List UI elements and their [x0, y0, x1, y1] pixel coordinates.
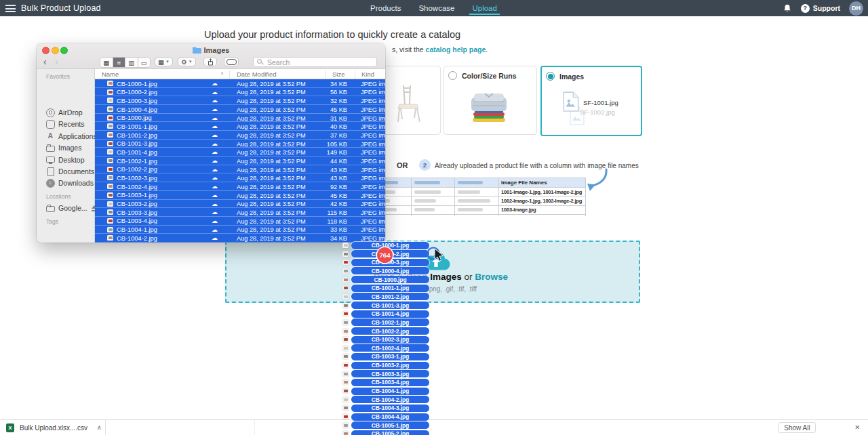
search-input[interactable] — [266, 58, 370, 67]
icloud-icon: ☁ — [212, 191, 218, 199]
file-size: 42 KB — [319, 200, 347, 208]
download-item[interactable]: X Bulk Upload.xlsx....csv ∧ — [0, 420, 102, 435]
file-row[interactable]: CB-1002-2.jpg☁Aug 28, 2019 at 3:52 PM43 … — [95, 165, 385, 174]
file-row[interactable]: CB-1003-1.jpg☁Aug 28, 2019 at 3:52 PM45 … — [95, 191, 385, 200]
support-link[interactable]: Support — [813, 4, 840, 12]
file-row[interactable]: CB-1001-4.jpg☁Aug 28, 2019 at 3:52 PM149… — [95, 148, 385, 157]
sidebar-item-applications[interactable]: Applications — [46, 131, 97, 141]
file-name: CB-1002-3.jpg — [117, 174, 157, 182]
file-thumbnail-icon — [342, 388, 349, 394]
action-gear-button[interactable]: ⚙▼ — [178, 57, 196, 66]
drag-ghost-item: CB-1001-1.jpg — [342, 284, 429, 292]
file-thumbnail-icon — [342, 371, 349, 377]
file-row[interactable]: CB-1003-4.jpg☁Aug 28, 2019 at 3:52 PM118… — [95, 217, 385, 226]
drag-ghost-label: CB-1001-4.jpg — [351, 310, 429, 318]
file-row[interactable]: CB-1002-3.jpg☁Aug 28, 2019 at 3:52 PM43 … — [95, 173, 385, 182]
column-kind[interactable]: Kind — [361, 70, 374, 78]
option-card-images[interactable]: Images SF-1001.jpg SF-1002.jpg — [540, 66, 642, 136]
file-thumbnail-icon — [342, 397, 349, 402]
sidebar-item-google[interactable]: Google... — [46, 203, 98, 213]
file-row[interactable]: CB-1003-3.jpg☁Aug 28, 2019 at 3:52 PM115… — [95, 208, 385, 217]
share-button[interactable] — [203, 57, 217, 66]
file-thumbnail-icon — [342, 311, 349, 316]
favorites-section-label: Favorites — [46, 73, 70, 80]
nav-products[interactable]: Products — [370, 4, 401, 12]
forward-button[interactable]: › — [55, 56, 58, 67]
drag-ghost-item: CB-1003-3.jpg — [342, 370, 429, 378]
sidebar-item-recents[interactable]: Recents — [46, 119, 85, 129]
example-table-header: Image File Names — [370, 178, 586, 188]
catalog-help-link[interactable]: catalog help page — [426, 45, 486, 54]
file-row[interactable]: CB-1003-2.jpg☁Aug 28, 2019 at 3:52 PM42 … — [95, 200, 385, 209]
file-date: Aug 28, 2019 at 3:52 PM — [237, 192, 306, 200]
file-thumbnail-icon — [107, 201, 113, 207]
file-name: CB-1000-4.jpg — [117, 106, 157, 114]
file-row[interactable]: CB-1004-2.jpg☁Aug 28, 2019 at 3:52 PM34 … — [95, 234, 385, 243]
notifications-icon[interactable] — [783, 3, 792, 14]
search-icon — [257, 59, 263, 65]
show-all-button[interactable]: Show All — [778, 422, 816, 433]
file-row[interactable]: CB-1000-2.jpg☁Aug 28, 2019 at 3:52 PM56 … — [95, 88, 385, 97]
icon-view-icon[interactable]: ▦ — [100, 58, 113, 67]
file-row[interactable]: CB-1000-1.jpg☁Aug 28, 2019 at 3:52 PM34 … — [95, 79, 385, 88]
file-row[interactable]: CB-1000.jpg☁Aug 28, 2019 at 3:52 PM31 KB… — [95, 114, 385, 123]
file-row[interactable]: CB-1001-2.jpg☁Aug 28, 2019 at 3:52 PM37 … — [95, 131, 385, 140]
column-view-icon[interactable]: ▥ — [125, 58, 138, 67]
column-date-modified[interactable]: Date Modified — [237, 70, 277, 78]
file-name: CB-1003-1.jpg — [117, 191, 157, 199]
group-button[interactable]: ▦▼ — [155, 57, 173, 66]
folder-icon — [46, 204, 55, 213]
file-size: 43 KB — [319, 166, 347, 174]
drag-ghost-item: CB-1005-1.jpg — [342, 421, 429, 430]
chevron-up-icon[interactable]: ∧ — [97, 424, 102, 431]
drag-ghost-item: CB-1001-3.jpg — [342, 302, 429, 310]
sidebar-item-desktop[interactable]: Desktop — [46, 155, 85, 165]
sidebar-item-airdrop[interactable]: AirDrop — [46, 108, 83, 117]
file-row[interactable]: CB-1002-1.jpg☁Aug 28, 2019 at 3:52 PM44 … — [95, 157, 385, 165]
drag-count-badge: 764 — [377, 247, 393, 263]
sidebar-item-documents[interactable]: Documents — [46, 167, 94, 176]
nav-showcase[interactable]: Showcase — [418, 4, 454, 12]
list-view-icon[interactable]: ≡ — [113, 58, 126, 67]
file-kind: JPEG image — [361, 123, 385, 131]
file-thumbnail-icon — [107, 89, 113, 95]
sidebar-item-downloads[interactable]: Downloads — [46, 178, 94, 188]
tag-button[interactable] — [224, 57, 239, 66]
file-name: CB-1000-3.jpg — [117, 97, 157, 105]
image-file-names-header: Image File Names — [499, 178, 586, 187]
nav-upload[interactable]: Upload — [472, 4, 496, 12]
drag-ghost-item: CB-1004-3.jpg — [342, 404, 429, 412]
gallery-view-icon[interactable]: ▭ — [138, 58, 151, 67]
file-date: Aug 28, 2019 at 3:52 PM — [237, 140, 306, 148]
close-download-bar-icon[interactable]: × — [854, 422, 860, 433]
images-radio[interactable] — [546, 72, 555, 81]
example-table-row: 1002-Image-1.jpg, 1002-Image-2.jpg — [370, 196, 586, 205]
downloads-icon — [46, 179, 55, 188]
sidebar-item-images[interactable]: Images — [46, 143, 81, 152]
sidebar-item-label: Images — [58, 144, 81, 152]
file-row[interactable]: CB-1004-1.jpg☁Aug 28, 2019 at 3:52 PM33 … — [95, 226, 385, 234]
file-date: Aug 28, 2019 at 3:52 PM — [237, 157, 306, 165]
finder-column-header: Name ∧ Date Modified Size Kind — [95, 69, 385, 79]
file-row[interactable]: CB-1000-3.jpg☁Aug 28, 2019 at 3:52 PM32 … — [95, 96, 385, 105]
option-card-color-size[interactable]: Color/Size Runs — [443, 66, 537, 135]
browse-link[interactable]: Browse — [475, 272, 508, 282]
drag-ghost-label: CB-1004-1.jpg — [351, 388, 429, 395]
avatar[interactable]: DH — [849, 1, 863, 16]
file-row[interactable]: CB-1002-4.jpg☁Aug 28, 2019 at 3:52 PM92 … — [95, 182, 385, 191]
column-size[interactable]: Size — [332, 70, 347, 78]
help-icon[interactable]: ? — [801, 4, 810, 13]
file-name: CB-1002-4.jpg — [117, 183, 157, 191]
pointer-arrow-annotation — [585, 167, 609, 194]
file-thumbnail-icon — [107, 175, 113, 180]
back-button[interactable]: ‹ — [43, 56, 47, 67]
color-size-radio[interactable] — [448, 71, 457, 80]
file-row[interactable]: CB-1001-3.jpg☁Aug 28, 2019 at 3:52 PM105… — [95, 140, 385, 148]
menu-icon[interactable] — [5, 5, 16, 14]
file-row[interactable]: CB-1000-4.jpg☁Aug 28, 2019 at 3:52 PM45 … — [95, 105, 385, 114]
file-thumbnail-icon — [342, 379, 349, 385]
file-thumbnail-icon — [342, 294, 349, 299]
file-row[interactable]: CB-1001-1.jpg☁Aug 28, 2019 at 3:52 PM40 … — [95, 122, 385, 131]
column-name[interactable]: Name — [102, 70, 119, 78]
icloud-icon: ☁ — [212, 122, 218, 130]
